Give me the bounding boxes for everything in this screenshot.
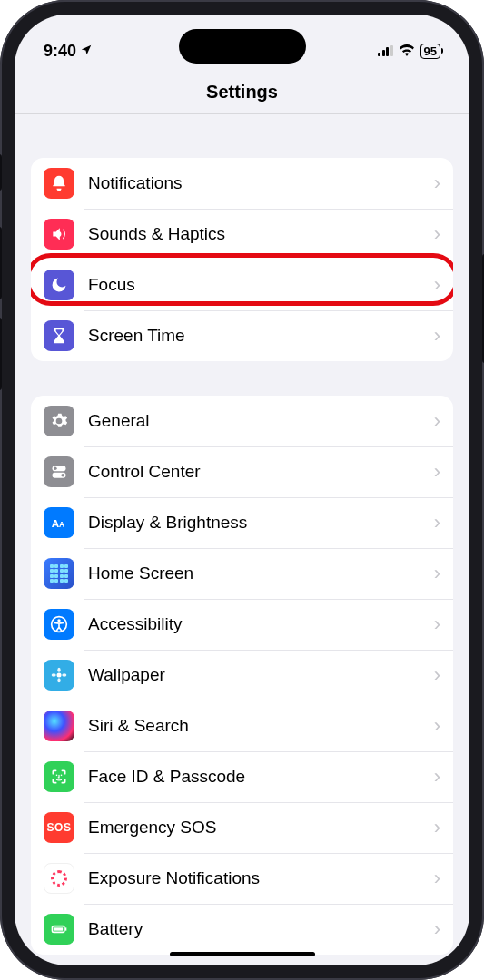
chevron-right-icon: ›: [434, 562, 440, 585]
phone-frame: 9:40 95 Settings: [0, 0, 484, 980]
gear-icon: [44, 406, 74, 436]
settings-row-emergency[interactable]: SOS Emergency SOS ›: [31, 802, 453, 853]
row-label: Screen Time: [88, 326, 434, 346]
settings-row-battery[interactable]: Battery ›: [31, 904, 453, 955]
svg-point-14: [61, 775, 63, 777]
chevron-right-icon: ›: [434, 816, 440, 839]
settings-row-homescreen[interactable]: Home Screen ›: [31, 548, 453, 599]
row-label: Sounds & Haptics: [88, 224, 434, 244]
row-label: Siri & Search: [88, 716, 434, 736]
row-label: Emergency SOS: [88, 818, 434, 838]
row-label: Display & Brightness: [88, 513, 434, 533]
settings-row-exposure[interactable]: Exposure Notifications ›: [31, 853, 453, 904]
settings-row-notifications[interactable]: Notifications ›: [31, 158, 453, 209]
svg-point-12: [62, 673, 66, 676]
chevron-right-icon: ›: [434, 511, 440, 534]
svg-point-11: [52, 673, 56, 676]
row-label: Home Screen: [88, 564, 434, 583]
battery-icon: [44, 914, 74, 945]
toggles-icon: [44, 456, 74, 487]
side-button: [0, 154, 2, 191]
settings-row-wallpaper[interactable]: Wallpaper ›: [31, 650, 453, 701]
bell-icon: [44, 168, 74, 199]
settings-row-general[interactable]: General ›: [31, 396, 453, 446]
faceid-icon: [44, 761, 74, 792]
chevron-right-icon: ›: [434, 612, 440, 636]
location-icon: [80, 44, 93, 59]
moon-icon: [44, 270, 74, 300]
svg-rect-16: [65, 927, 67, 930]
settings-row-display[interactable]: AA Display & Brightness ›: [31, 497, 453, 548]
settings-row-siri[interactable]: Siri & Search ›: [31, 701, 453, 751]
settings-row-accessibility[interactable]: Accessibility ›: [31, 599, 453, 650]
row-label: Notifications: [88, 173, 434, 193]
settings-list: Notifications › Sounds & Haptics › Focus…: [15, 114, 469, 960]
settings-section: General › Control Center › AA Display & …: [31, 396, 453, 955]
row-label: Accessibility: [88, 614, 434, 634]
settings-row-screentime[interactable]: Screen Time ›: [31, 310, 453, 361]
row-label: Control Center: [88, 462, 434, 482]
settings-section: Notifications › Sounds & Haptics › Focus…: [31, 158, 453, 361]
speaker-icon: [44, 219, 74, 250]
accessibility-icon: [44, 609, 74, 640]
chevron-right-icon: ›: [434, 409, 440, 433]
side-button: [0, 227, 2, 299]
chevron-right-icon: ›: [434, 460, 440, 484]
row-label: Face ID & Passcode: [88, 767, 434, 787]
cellular-icon: [378, 45, 393, 56]
svg-point-3: [61, 474, 64, 477]
chevron-right-icon: ›: [434, 765, 440, 789]
home-indicator[interactable]: [170, 952, 315, 956]
hourglass-icon: [44, 320, 74, 351]
chevron-right-icon: ›: [434, 222, 440, 246]
battery-icon: 95: [420, 44, 440, 59]
app-grid-icon: [44, 558, 74, 589]
chevron-right-icon: ›: [434, 867, 440, 890]
svg-point-13: [56, 775, 58, 777]
svg-point-7: [57, 619, 60, 622]
svg-rect-17: [54, 927, 63, 930]
row-label: General: [88, 411, 434, 431]
flower-icon: [44, 660, 74, 691]
chevron-right-icon: ›: [434, 917, 440, 941]
row-label: Focus: [88, 275, 434, 295]
svg-text:A: A: [59, 520, 64, 529]
chevron-right-icon: ›: [434, 663, 440, 687]
chevron-right-icon: ›: [434, 714, 440, 738]
svg-point-8: [57, 673, 62, 678]
settings-row-focus[interactable]: Focus ›: [31, 260, 453, 310]
chevron-right-icon: ›: [434, 172, 440, 195]
svg-point-9: [57, 668, 60, 672]
settings-row-faceid[interactable]: Face ID & Passcode ›: [31, 751, 453, 802]
row-label: Battery: [88, 919, 434, 939]
screen: 9:40 95 Settings: [15, 15, 469, 965]
settings-row-sounds[interactable]: Sounds & Haptics ›: [31, 209, 453, 260]
side-button: [0, 318, 2, 390]
svg-point-1: [54, 466, 57, 470]
sos-icon: SOS: [44, 812, 74, 843]
page-title: Settings: [15, 69, 469, 114]
row-label: Wallpaper: [88, 665, 434, 685]
dynamic-island: [179, 29, 306, 64]
siri-icon: [44, 710, 74, 741]
exposure-icon: [44, 863, 74, 894]
wifi-icon: [399, 42, 415, 61]
row-label: Exposure Notifications: [88, 868, 434, 888]
chevron-right-icon: ›: [434, 273, 440, 297]
status-time: 9:40: [44, 42, 76, 61]
settings-row-controlcenter[interactable]: Control Center ›: [31, 446, 453, 497]
chevron-right-icon: ›: [434, 324, 440, 348]
text-size-icon: AA: [44, 507, 74, 538]
svg-point-10: [57, 678, 60, 682]
